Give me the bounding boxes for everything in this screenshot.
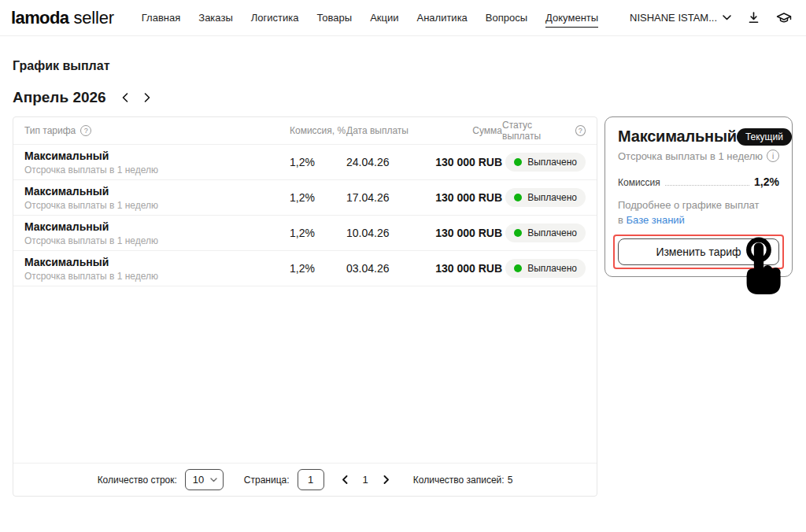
status-badge: Выплачено [505, 153, 586, 172]
records-count-label: Количество записей: [413, 475, 505, 486]
tariff-name: Максимальный [24, 220, 290, 233]
commission-row: Комиссия 1,2% [618, 175, 779, 188]
column-header-label: Тип тарифа [24, 125, 76, 136]
table-row: Максимальный Отсрочка выплаты в 1 неделю… [13, 251, 597, 286]
current-tariff-badge: Текущий [737, 128, 792, 146]
status-cell: Выплачено [502, 224, 586, 242]
next-month-button[interactable] [139, 90, 155, 105]
period-title: Апрель 2026 [13, 89, 106, 106]
knowledge-base-link[interactable]: Базе знаний [627, 214, 685, 226]
chevron-right-icon [383, 475, 390, 484]
tariff-panel-header: Максимальный Текущий [618, 127, 779, 146]
info-icon[interactable]: i [767, 150, 779, 162]
next-page-button[interactable] [382, 474, 391, 486]
status-dot-icon [514, 158, 522, 166]
status-dot-icon [514, 194, 522, 201]
table-row: Максимальный Отсрочка выплаты в 1 неделю… [13, 145, 597, 180]
amount-cell: 130 000 RUB [435, 262, 502, 275]
status-badge: Выплачено [505, 188, 586, 207]
lamoda-seller-logo[interactable]: lamoda seller [11, 8, 114, 28]
tariff-note: Отсрочка выплаты в 1 неделю [24, 200, 290, 211]
payments-table: Тип тарифа ? Комиссия, % Дата выплаты Су… [13, 116, 597, 497]
current-page-number: 1 [363, 474, 368, 486]
commission-label: Комиссия [618, 177, 660, 188]
logo-suffix: seller [73, 8, 113, 28]
rows-per-page-label: Количество строк: [98, 475, 177, 486]
help-icon[interactable]: ? [575, 125, 586, 136]
column-header-tariff: Тип тарифа ? [24, 125, 290, 136]
amount-cell: 130 000 RUB [435, 227, 502, 239]
tariff-cell: Максимальный Отсрочка выплаты в 1 неделю [24, 150, 290, 175]
pager: 1 [340, 474, 391, 486]
help-icon[interactable]: ? [80, 125, 91, 136]
tariff-subtitle: Отсрочка выплаты в 1 неделю [618, 150, 763, 162]
nav-item-documents[interactable]: Документы [545, 8, 598, 28]
date-cell: 24.04.26 [346, 156, 435, 168]
table-row: Максимальный Отсрочка выплаты в 1 неделю… [13, 216, 597, 251]
column-header-date: Дата выплаты [346, 125, 435, 136]
status-label: Выплачено [527, 227, 577, 238]
commission-value: 1,2% [754, 175, 779, 188]
tariff-title: Максимальный [618, 127, 737, 146]
nav-item-promotions[interactable]: Акции [370, 8, 398, 28]
rows-per-page-select[interactable]: 10 [185, 469, 224, 490]
download-icon[interactable] [747, 11, 760, 24]
tariff-cell: Максимальный Отсрочка выплаты в 1 неделю [24, 220, 290, 246]
tariff-subtitle-row: Отсрочка выплаты в 1 неделю i [618, 150, 779, 162]
prev-page-button[interactable] [340, 474, 349, 486]
tariff-name: Максимальный [24, 256, 290, 268]
status-badge: Выплачено [505, 224, 586, 242]
table-empty-area [13, 286, 597, 463]
status-label: Выплачено [527, 157, 577, 168]
tariff-cell: Максимальный Отсрочка выплаты в 1 неделю [24, 185, 290, 211]
logo-brand: lamoda [11, 8, 68, 28]
table-header: Тип тарифа ? Комиссия, % Дата выплаты Су… [13, 117, 597, 145]
status-cell: Выплачено [502, 188, 586, 207]
nav-item-orders[interactable]: Заказы [198, 8, 232, 28]
nav-item-home[interactable]: Главная [142, 8, 180, 28]
rows-per-page-value: 10 [193, 474, 204, 486]
nav-item-questions[interactable]: Вопросы [486, 8, 527, 28]
date-cell: 10.04.26 [346, 227, 435, 239]
table-row: Максимальный Отсрочка выплаты в 1 неделю… [13, 180, 597, 216]
tariff-panel: Максимальный Текущий Отсрочка выплаты в … [604, 116, 793, 277]
graduation-cap-icon[interactable] [776, 12, 792, 24]
date-cell: 17.04.26 [346, 191, 435, 204]
commission-cell: 1,2% [290, 262, 346, 275]
change-tariff-button[interactable]: Изменить тариф [618, 238, 779, 265]
status-dot-icon [514, 229, 522, 237]
tariff-note: Отсрочка выплаты в 1 неделю [24, 164, 290, 175]
chevron-left-icon [122, 93, 128, 102]
account-name: NISHANE ISTAM... [630, 12, 717, 24]
nav-item-analytics[interactable]: Аналитика [416, 8, 467, 28]
nav-item-products[interactable]: Товары [316, 8, 352, 28]
tariff-name: Максимальный [24, 150, 290, 162]
commission-cell: 1,2% [290, 156, 346, 168]
status-cell: Выплачено [502, 259, 586, 278]
knowledge-base-note: Подробнее о графике выплат в Базе знаний [618, 198, 779, 228]
date-cell: 03.04.26 [346, 262, 435, 275]
caret-down-icon [210, 478, 217, 482]
nav-item-logistics[interactable]: Логистика [251, 8, 299, 28]
page-title: График выплат [13, 59, 109, 73]
app-root: lamoda seller Главная Заказы Логистика Т… [0, 0, 806, 532]
column-header-amount: Сумма [435, 125, 502, 136]
tariff-cell: Максимальный Отсрочка выплаты в 1 неделю [24, 256, 290, 282]
top-nav: lamoda seller Главная Заказы Логистика Т… [0, 0, 806, 36]
column-header-status: Статус выплаты ? [502, 120, 586, 142]
chevron-left-icon [342, 475, 348, 484]
status-dot-icon [514, 264, 522, 272]
records-count-value: 5 [508, 475, 513, 486]
account-menu[interactable]: NISHANE ISTAM... [630, 12, 731, 24]
commission-cell: 1,2% [290, 227, 346, 239]
records-count: Количество записей: 5 [413, 475, 513, 486]
tariff-note: Отсрочка выплаты в 1 неделю [24, 271, 290, 282]
prev-month-button[interactable] [117, 90, 133, 105]
page-input[interactable] [298, 469, 324, 490]
dotted-leader [665, 185, 749, 186]
status-cell: Выплачено [502, 153, 586, 172]
column-header-commission: Комиссия, % [290, 125, 346, 136]
status-label: Выплачено [527, 263, 577, 274]
commission-cell: 1,2% [290, 191, 346, 204]
change-tariff-button-wrap: Изменить тариф [618, 238, 779, 265]
